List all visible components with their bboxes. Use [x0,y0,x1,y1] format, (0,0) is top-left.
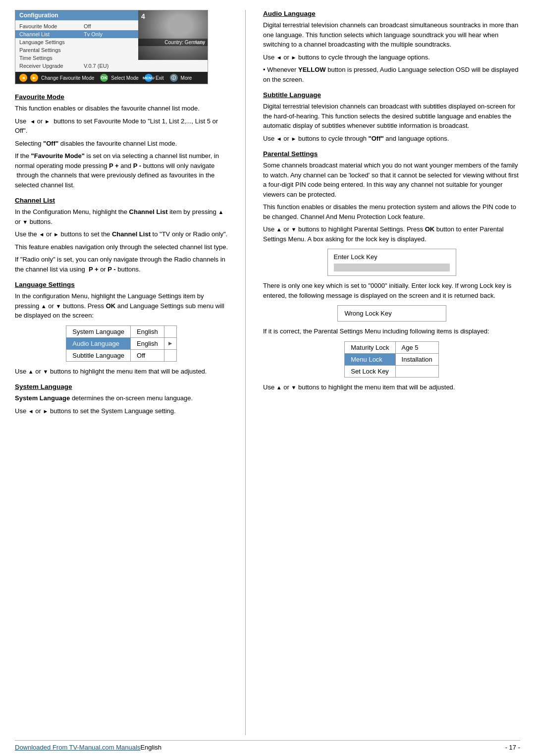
left-arrow-btn[interactable]: ◄ [19,74,27,82]
lang-value-system: English [131,325,164,337]
parental-row-setlock: Set Lock Key [345,365,438,377]
favourite-mode-para1: This function enables or disables the fa… [15,104,228,113]
configuration-box: Configuration Favourite Mode Off Channel… [15,10,208,84]
parental-settings-heading: Parental Settings [263,150,520,158]
arrow-down-icon4 [43,368,48,375]
parental-value-menu: Installation [395,353,438,365]
config-bottom-bar: ◄ ► Change Favourite Mode OK Select Mode… [15,72,208,84]
arrow-down-icon3 [55,302,61,310]
system-language-para1: System Language determines the on-screen… [15,393,228,403]
arrow-up-icon5 [276,225,282,233]
ok-btn[interactable]: OK [100,74,108,82]
config-image: 4 Arte Country: Germany [138,10,208,60]
lang-label-subtitle: Subtitle Language [66,349,131,361]
parental-row-menu: Menu Lock Installation [345,353,438,365]
footer-link[interactable]: Downloaded From TV-Manual.com Manuals [15,744,140,751]
channel-number: 4 [141,12,145,20]
subtitle-language-para1: Digital terrestrial television channels … [263,102,520,131]
subtitle-language-heading: Subtitle Language [263,91,520,99]
wrong-lock-box: Wrong Lock Key [337,305,446,322]
config-label-language: Language Settings [19,39,84,45]
audio-language-para3: • Whenever YELLOW button is pressed, Aud… [263,65,520,84]
parental-label-maturity: Maturity Lock [345,341,395,353]
lang-table-row-audio: Audio Language English ► [66,337,176,349]
channel-list-para1: In the Configuration Menu, highlight the… [15,207,228,226]
arrow-right-icon [45,117,50,125]
content-area: Configuration Favourite Mode Off Channel… [15,10,520,735]
lang-label-system: System Language [66,325,131,337]
arrow-left-icon [30,117,35,125]
lock-key-label: Enter Lock Key [334,253,377,261]
right-arrow-btn[interactable]: ► [30,74,38,82]
parental-para5: If it is correct, the Parental Settings … [263,326,520,336]
arrow-right-icon4 [291,54,296,61]
parental-label-setlock: Set Lock Key [345,365,395,377]
channel-list-para3: This feature enables navigation only thr… [15,242,228,252]
arrow-up-icon4 [28,368,34,375]
column-divider [245,10,246,735]
lang-value-subtitle: Off [131,349,164,361]
parental-row-maturity: Maturity Lock Age 5 [345,341,438,353]
subtitle-language-para2: Use or buttons to cycle through "Off" an… [263,134,520,144]
parental-para3: Use or buttons to highlight Parental Set… [263,224,520,244]
country-bar: Country: Germany [138,39,208,46]
arrow-right-icon2 [54,230,59,238]
system-language-heading: System Language [15,383,228,390]
parental-para4: There is only one key which is set to "0… [263,281,520,300]
favourite-mode-para3: Selecting "Off" disables the favourite c… [15,139,228,149]
parental-value-setlock [395,365,438,377]
more-label: More [181,75,192,81]
select-label: Select Mode [111,75,139,81]
wrong-lock-label: Wrong Lock Key [345,310,392,317]
arrow-right-icon5 [291,135,296,142]
lang-label-audio: Audio Language [66,337,131,349]
menu-btn[interactable]: MENU [145,74,153,82]
config-value-receiver: V.0.7 (EU) [84,63,108,69]
change-label: Change Favourite Mode [41,75,94,81]
language-settings-heading: Language Settings [15,281,228,288]
arrow-left-icon3 [28,407,34,415]
system-language-para2: Use or buttons to set the System Languag… [15,406,228,416]
channel-list-para2: Use the or buttons to set the Channel Li… [15,229,228,239]
config-image-person [138,10,208,60]
parental-para2: This function enables or disables the me… [263,202,520,221]
lang-table-row-subtitle: Subtitle Language Off [66,349,176,361]
config-value-favourite: Off [84,23,91,29]
channel-list-heading: Channel List [15,197,228,204]
footer-language: English [140,744,161,751]
lock-key-input[interactable] [334,264,450,271]
lock-key-box: Enter Lock Key [327,249,456,276]
arrow-down-icon5 [291,225,296,233]
footer: Downloaded From TV-Manual.com Manuals En… [15,740,520,751]
lang-arrow-audio: ► [164,337,176,349]
favourite-mode-para4: If the "Favourite Mode" is set on via se… [15,151,228,190]
language-settings-para2: Use or buttons to highlight the menu ite… [15,367,228,377]
arrow-down-icon [22,218,28,225]
arrow-down-icon6 [291,383,296,391]
parental-label-menu: Menu Lock [345,353,395,365]
config-label-time: Time Settings [19,55,84,61]
exit-label: Exit [156,75,164,81]
language-settings-para1: In the configuration Menu, highlight the… [15,291,228,321]
more-btn[interactable]: ⓘ [170,74,178,82]
arrow-left-icon5 [276,135,282,142]
arrow-left-icon4 [276,54,282,61]
arrow-up-icon6 [276,383,282,391]
lang-arrow-system [164,325,176,337]
config-label-parental: Parental Settings [19,47,84,53]
arrow-right-icon3 [43,407,48,415]
parental-para6: Use or buttons to highlight the menu ite… [263,382,520,392]
right-column: Audio Language Digital terrestrial telev… [263,10,520,735]
arrow-left-icon2 [39,230,44,238]
audio-language-heading: Audio Language [263,10,520,17]
favourite-mode-para2: Use or buttons to set Favourite Mode to … [15,116,228,136]
lang-arrow-subtitle [164,349,176,361]
parental-para1: Some channels broadcast material which y… [263,161,520,199]
language-table: System Language English Audio Language E… [66,325,176,362]
config-label-favourite: Favourite Mode [19,23,84,29]
audio-language-para2: Use or buttons to cycle through the lang… [263,53,520,62]
lang-table-row-system: System Language English [66,325,176,337]
audio-language-para1: Digital terrestrial television channels … [263,20,520,50]
arrow-up-icon [218,208,223,216]
lang-value-audio: English [131,337,164,349]
